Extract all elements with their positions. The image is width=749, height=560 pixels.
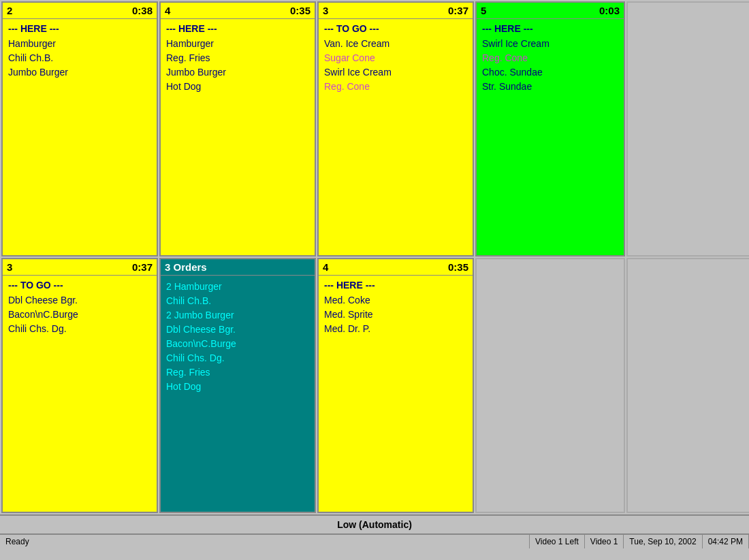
item-line-4-3: Str. Sundae bbox=[482, 80, 618, 94]
card-num-8: 4 bbox=[323, 261, 328, 273]
item-line-4-1: Reg. Cone bbox=[482, 51, 618, 65]
item-line-6-2: Chili Chs. Dg. bbox=[8, 322, 151, 336]
item-line-2-0: Hamburger bbox=[166, 37, 309, 51]
card-num-2: 4 bbox=[165, 5, 170, 16]
order-card-3[interactable]: 30:37--- TO GO ---Van. Ice CreamSugar Co… bbox=[317, 1, 474, 257]
card-num-1: 2 bbox=[7, 5, 12, 16]
status-video: Video 1 bbox=[585, 535, 624, 548]
order-type-4: --- HERE --- bbox=[482, 23, 618, 34]
item-line-7-5: Chili Chs. Dg. bbox=[166, 351, 309, 365]
order-type-3: --- TO GO --- bbox=[324, 23, 467, 34]
item-line-7-0: 2 Hamburger bbox=[166, 280, 309, 294]
card-body-4: --- HERE ---Swirl Ice CreamReg. ConeChoc… bbox=[477, 19, 624, 255]
item-line-2-1: Reg. Fries bbox=[166, 51, 309, 65]
item-line-7-7: Hot Dog bbox=[166, 380, 309, 394]
status-time: 04:42 PM bbox=[703, 535, 749, 548]
card-body-7: 2 HamburgerChili Ch.B.2 Jumbo BurgerDbl … bbox=[161, 276, 315, 512]
item-line-1-1: Chili Ch.B. bbox=[8, 51, 151, 65]
card-num-3: 3 bbox=[323, 5, 328, 16]
order-grid: 20:38--- HERE ---HamburgerChili Ch.B.Jum… bbox=[0, 0, 749, 514]
order-type-2: --- HERE --- bbox=[166, 23, 309, 34]
item-line-8-1: Med. Sprite bbox=[324, 308, 467, 322]
card-header-3: 30:37 bbox=[319, 3, 473, 19]
card-num-4: 5 bbox=[481, 5, 486, 16]
card-num-6: 3 bbox=[7, 261, 12, 273]
item-line-3-1: Sugar Cone bbox=[324, 51, 467, 65]
item-line-3-0: Van. Ice Cream bbox=[324, 37, 467, 51]
card-header-2: 40:35 bbox=[161, 3, 315, 19]
card-body-2: --- HERE ---HamburgerReg. FriesJumbo Bur… bbox=[161, 19, 315, 255]
item-line-3-3: Reg. Cone bbox=[324, 80, 467, 94]
item-line-6-1: Bacon\nC.Burge bbox=[8, 308, 151, 322]
bottom-bar-label: Low (Automatic) bbox=[337, 519, 412, 530]
order-card-8[interactable]: 40:35--- HERE ---Med. CokeMed. SpriteMed… bbox=[317, 258, 474, 513]
card-num-7: 3 Orders bbox=[165, 261, 207, 273]
item-line-4-0: Swirl Ice Cream bbox=[482, 37, 618, 51]
bottom-bar: Low (Automatic) bbox=[0, 514, 749, 533]
item-line-7-4: Bacon\nC.Burge bbox=[166, 337, 309, 351]
item-line-2-2: Jumbo Burger bbox=[166, 65, 309, 80]
card-body-1: --- HERE ---HamburgerChili Ch.B.Jumbo Bu… bbox=[3, 19, 157, 255]
card-header-7: 3 Orders bbox=[161, 259, 315, 276]
status-video-left: Video 1 Left bbox=[530, 535, 585, 548]
item-line-7-1: Chili Ch.B. bbox=[166, 294, 309, 308]
order-card-9[interactable] bbox=[475, 258, 625, 513]
order-card-6[interactable]: 30:37--- TO GO ---Dbl Cheese Bgr.Bacon\n… bbox=[1, 258, 158, 513]
card-time-4: 0:03 bbox=[599, 5, 620, 16]
item-line-1-0: Hamburger bbox=[8, 37, 151, 51]
item-line-6-0: Dbl Cheese Bgr. bbox=[8, 293, 151, 308]
card-body-8: --- HERE ---Med. CokeMed. SpriteMed. Dr.… bbox=[319, 276, 473, 512]
order-type-8: --- HERE --- bbox=[324, 280, 467, 291]
order-card-7[interactable]: 3 Orders2 HamburgerChili Ch.B.2 Jumbo Bu… bbox=[159, 258, 316, 513]
card-time-6: 0:37 bbox=[132, 261, 153, 273]
card-body-3: --- TO GO ---Van. Ice CreamSugar ConeSwi… bbox=[319, 19, 473, 255]
order-type-1: --- HERE --- bbox=[8, 23, 151, 34]
main-container: 20:38--- HERE ---HamburgerChili Ch.B.Jum… bbox=[0, 0, 749, 548]
item-line-8-0: Med. Coke bbox=[324, 293, 467, 308]
order-type-6: --- TO GO --- bbox=[8, 280, 151, 291]
order-card-10[interactable] bbox=[626, 258, 749, 513]
card-time-8: 0:35 bbox=[448, 261, 468, 273]
card-header-6: 30:37 bbox=[3, 259, 157, 276]
item-line-8-2: Med. Dr. P. bbox=[324, 322, 467, 336]
item-line-7-6: Reg. Fries bbox=[166, 365, 309, 380]
status-ready: Ready bbox=[0, 535, 530, 548]
card-header-1: 20:38 bbox=[3, 3, 157, 19]
item-line-3-2: Swirl Ice Cream bbox=[324, 65, 467, 80]
card-time-2: 0:35 bbox=[290, 5, 310, 16]
card-time-3: 0:37 bbox=[448, 5, 468, 16]
item-line-1-2: Jumbo Burger bbox=[8, 65, 151, 80]
status-bar: Ready Video 1 Left Video 1 Tue, Sep 10, … bbox=[0, 533, 749, 548]
item-line-7-3: Dbl Cheese Bgr. bbox=[166, 323, 309, 337]
card-time-1: 0:38 bbox=[132, 5, 153, 16]
item-line-7-2: 2 Jumbo Burger bbox=[166, 308, 309, 323]
order-card-1[interactable]: 20:38--- HERE ---HamburgerChili Ch.B.Jum… bbox=[1, 1, 158, 257]
card-header-8: 40:35 bbox=[319, 259, 473, 276]
item-line-4-2: Choc. Sundae bbox=[482, 65, 618, 80]
card-body-6: --- TO GO ---Dbl Cheese Bgr.Bacon\nC.Bur… bbox=[3, 276, 157, 512]
order-card-5[interactable] bbox=[626, 1, 749, 257]
status-date: Tue, Sep 10, 2002 bbox=[624, 535, 702, 548]
item-line-2-3: Hot Dog bbox=[166, 80, 309, 94]
order-card-4[interactable]: 50:03--- HERE ---Swirl Ice CreamReg. Con… bbox=[475, 1, 625, 257]
card-header-4: 50:03 bbox=[477, 3, 624, 19]
order-card-2[interactable]: 40:35--- HERE ---HamburgerReg. FriesJumb… bbox=[159, 1, 316, 257]
